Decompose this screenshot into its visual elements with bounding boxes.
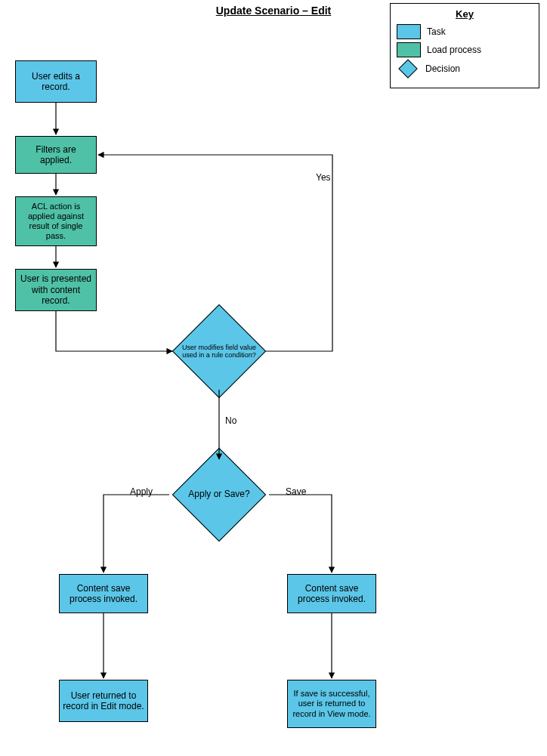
node-content-save-save: Content save process invoked. [287,574,376,613]
edge-label-apply: Apply [130,486,153,497]
key-label: Task [427,26,446,37]
edge-label-no: No [225,415,236,426]
node-content-save-apply: Content save process invoked. [59,574,148,613]
node-acl-action: ACL action is applied against result of … [15,196,97,246]
key-label: Load process [427,45,481,55]
key-row-decision: Decision [397,60,533,77]
decision-label: Apply or Save? [159,453,280,536]
decision-apply-or-save: Apply or Save? [159,453,280,536]
key-label: Decision [425,63,460,74]
node-user-edits: User edits a record. [15,60,97,103]
node-user-returned-edit: User returned to record in Edit mode. [59,680,148,722]
edge-label-yes: Yes [316,172,331,183]
node-filters-applied: Filters are applied. [15,136,97,174]
key-title: Key [397,8,533,20]
task-swatch-icon [397,24,421,39]
node-user-returned-view: If save is successful, user is returned … [287,680,376,728]
key-row-task: Task [397,24,533,39]
node-user-presented: User is presented with content record. [15,269,97,311]
decision-swatch-icon [398,59,417,78]
edge-label-save: Save [286,486,306,497]
key-legend: Key Task Load process Decision [390,3,539,88]
decision-modifies-field: User modifies field value used in a rule… [162,310,276,393]
decision-label: User modifies field value used in a rule… [162,310,276,393]
key-row-process: Load process [397,42,533,57]
process-swatch-icon [397,42,421,57]
